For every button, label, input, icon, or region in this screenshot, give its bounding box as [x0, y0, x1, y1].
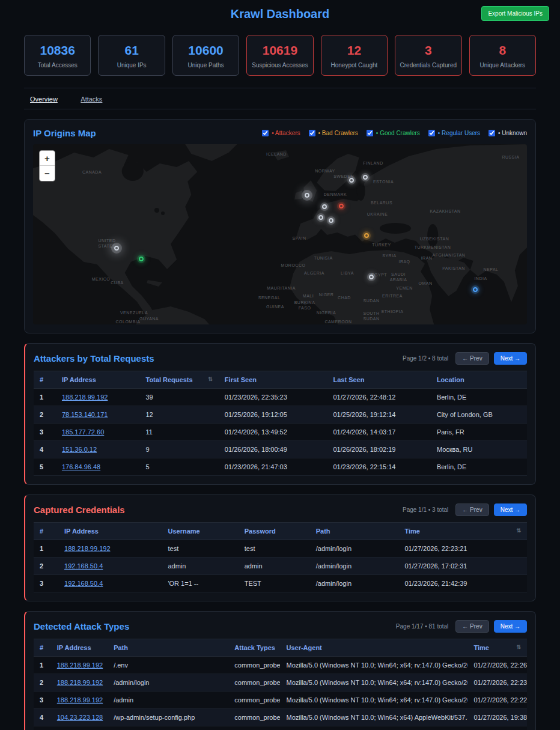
ip-address-link[interactable]: 151.36.0.12	[62, 446, 97, 453]
table-header-row: #IP AddressTotal Requests⇅First SeenLast…	[34, 371, 527, 389]
attack-types-table: #IP AddressPathAttack TypesUser-AgentTim…	[34, 639, 527, 730]
map-marker-unknown[interactable]	[369, 275, 374, 279]
legend-checkbox-regular-users[interactable]	[428, 130, 435, 136]
column-header-location: Location	[431, 371, 527, 389]
cell-time: 01/27/2026, 22:22:54	[467, 692, 527, 709]
zoom-in-button[interactable]: +	[40, 151, 55, 166]
table-row: 4151.36.0.12901/26/2026, 18:00:4901/26/2…	[34, 441, 527, 458]
cell-attack_types: common_probes	[228, 657, 280, 674]
prev-page-button[interactable]: ← Prev	[455, 620, 488, 633]
cell-ip: 188.218.99.192	[51, 692, 108, 709]
stat-label: Honeypot Caught	[324, 62, 385, 68]
prev-page-button[interactable]: ← Prev	[455, 503, 488, 516]
page-info: Page 1/2 • 8 total	[403, 355, 448, 362]
ip-address-link[interactable]: 188.218.99.192	[57, 679, 103, 686]
cell-path: /admin	[108, 692, 228, 709]
stat-value: 10619	[249, 43, 310, 58]
tab-overview[interactable]: Overview	[30, 96, 58, 103]
legend-checkbox-attackers[interactable]	[262, 130, 269, 136]
ip-address-link[interactable]: 192.168.50.4	[64, 580, 103, 587]
cell-location: City of London, GB	[431, 406, 527, 424]
map-marker-good-crawlers[interactable]	[139, 257, 144, 261]
map-marker-unknown[interactable]	[305, 193, 309, 198]
table-row: 3185.177.72.601101/24/2026, 13:49:5201/2…	[34, 424, 527, 441]
stat-card-unique-paths: 10600Unique Paths	[172, 35, 239, 76]
map-marker-attackers[interactable]	[339, 204, 344, 208]
map-marker-unknown[interactable]	[349, 178, 354, 183]
column-header-total_requests[interactable]: Total Requests⇅	[140, 371, 219, 389]
map-marker-unknown[interactable]	[322, 204, 327, 209]
cell-password: TEST	[239, 575, 310, 592]
legend-checkbox-unknown[interactable]	[488, 130, 495, 136]
cell-ip: 192.168.50.4	[58, 558, 162, 575]
ip-address-link[interactable]: 176.84.96.48	[62, 463, 100, 470]
tab-attacks[interactable]: Attacks	[81, 96, 102, 103]
column-header-first_seen: First Seen	[219, 371, 327, 389]
legend-label: • Unknown	[498, 130, 527, 136]
map-marker-unknown[interactable]	[318, 215, 323, 220]
ip-address-link[interactable]: 188.218.99.192	[62, 394, 108, 401]
stat-value: 10600	[175, 43, 236, 58]
tab-bar: Overview Attacks	[24, 88, 536, 109]
cell-rank: 2	[34, 406, 56, 424]
cell-ip: 185.177.72.60	[56, 424, 140, 441]
cell-total_requests: 12	[140, 406, 219, 424]
table-row: 4104.23.223.128/wp-admin/setup-config.ph…	[34, 709, 527, 726]
next-page-button[interactable]: Next →	[494, 352, 527, 365]
legend-checkbox-bad-crawlers[interactable]	[309, 130, 315, 136]
cell-path: /wordpress/wp-admin/setup-config.php	[108, 726, 228, 730]
next-page-button[interactable]: Next →	[494, 620, 527, 633]
stat-label: Credentials Captured	[398, 62, 458, 68]
column-header-time[interactable]: Time⇅	[467, 639, 527, 657]
column-header-user_agent: User-Agent	[280, 639, 467, 657]
map-marker-bad-crawlers[interactable]	[364, 233, 369, 238]
cell-password: test	[239, 540, 310, 558]
map-marker-regular-users[interactable]	[473, 287, 478, 292]
stat-value: 3	[398, 43, 458, 58]
cell-password: admin	[239, 558, 310, 575]
world-map[interactable]: ICELANDRUSSIACANADANORWAYSWEDENFINLANDES…	[33, 144, 527, 324]
sort-icon[interactable]: ⇅	[516, 644, 521, 650]
sort-icon[interactable]: ⇅	[516, 528, 521, 534]
attackers-panel: Attackers by Total Requests Page 1/2 • 8…	[24, 343, 536, 485]
prev-page-button[interactable]: ← Prev	[455, 352, 488, 365]
legend-item-good-crawlers: • Good Crawlers	[367, 130, 420, 136]
ip-address-link[interactable]: 188.218.99.192	[57, 696, 103, 704]
column-header-time[interactable]: Time⇅	[399, 523, 528, 540]
map-marker-unknown[interactable]	[363, 175, 368, 180]
column-header-last_seen: Last Seen	[327, 371, 430, 389]
ip-address-link[interactable]: 185.177.72.60	[62, 428, 104, 436]
ip-address-link[interactable]: 78.153.140.171	[62, 411, 108, 418]
stat-value: 12	[324, 43, 385, 58]
ip-address-link[interactable]: 192.168.50.4	[64, 562, 103, 570]
stat-value: 61	[101, 43, 162, 58]
cell-user_agent: https://chungo.dev/wordpress/wp-admin/se…	[280, 726, 467, 730]
zoom-out-button[interactable]: −	[40, 166, 55, 181]
stat-label: Unique IPs	[101, 62, 162, 68]
map-marker-unknown[interactable]	[114, 246, 119, 251]
cell-time: 01/27/2026, 22:26:11	[467, 657, 527, 674]
sort-icon[interactable]: ⇅	[208, 376, 213, 382]
cell-last_seen: 01/24/2026, 14:03:17	[327, 424, 430, 441]
ip-origins-map-panel: IP Origins Map • Attackers• Bad Crawlers…	[24, 119, 536, 333]
stat-label: Suspicious Accesses	[249, 62, 310, 68]
legend-item-unknown: • Unknown	[488, 130, 527, 136]
cell-last_seen: 01/25/2026, 19:12:14	[327, 406, 430, 424]
ip-address-link[interactable]: 104.23.223.128	[57, 714, 103, 721]
header: Krawl Dashboard Export Malicious IPs	[0, 0, 560, 28]
cell-attack_types: common_probes	[228, 709, 280, 726]
krawl-dashboard: Krawl Dashboard Export Malicious IPs 108…	[0, 0, 560, 730]
ip-address-link[interactable]: 188.218.99.192	[57, 662, 103, 669]
legend-item-regular-users: • Regular Users	[428, 130, 480, 136]
stat-card-total-accesses: 10836Total Accesses	[24, 35, 91, 76]
stat-card-unique-ips: 61Unique IPs	[98, 35, 165, 76]
cell-path: /.env	[108, 657, 228, 674]
map-marker-unknown[interactable]	[329, 218, 333, 223]
column-header-path: Path	[310, 523, 399, 540]
legend-checkbox-good-crawlers[interactable]	[367, 130, 373, 136]
cell-last_seen: 01/23/2026, 22:15:14	[327, 458, 430, 476]
ip-address-link[interactable]: 188.218.99.192	[64, 545, 110, 552]
next-page-button[interactable]: Next →	[494, 503, 527, 516]
cell-rank: 1	[34, 657, 51, 674]
export-malicious-ips-button[interactable]: Export Malicious IPs	[481, 6, 549, 21]
